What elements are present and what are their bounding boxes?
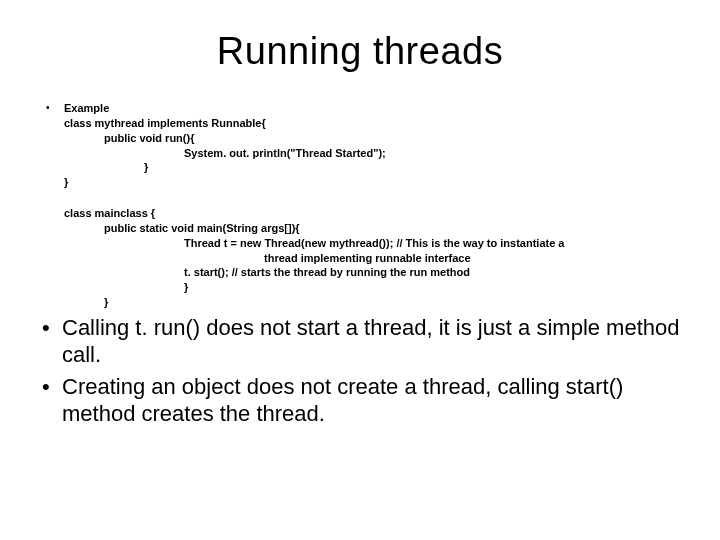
code-line: public static void main(String args[]){ <box>104 221 680 236</box>
code-line: Thread t = new Thread(new mythread()); /… <box>184 236 680 251</box>
code-line: public void run(){ <box>104 131 680 146</box>
code-line: class mainclass { <box>64 206 680 221</box>
note-bullet-1: Calling t. run() does not start a thread… <box>40 314 680 369</box>
code-line: } <box>184 280 680 295</box>
code-line: System. out. println("Thread Started"); <box>184 146 680 161</box>
code-line: } <box>64 175 680 190</box>
code-line: } <box>144 160 680 175</box>
note-bullet-2: Creating an object does not create a thr… <box>40 373 680 428</box>
slide: Running threads Example class mythread i… <box>0 0 720 540</box>
code-line: class mythread implements Runnable{ <box>64 116 680 131</box>
example-label: Example <box>64 101 680 116</box>
code-line: t. start(); // starts the thread by runn… <box>184 265 680 280</box>
slide-body: Example class mythread implements Runnab… <box>40 101 680 310</box>
code-line: thread implementing runnable interface <box>264 251 680 266</box>
spacer <box>64 190 680 206</box>
example-block: Example class mythread implements Runnab… <box>40 101 680 310</box>
slide-title: Running threads <box>40 30 680 73</box>
code-line: } <box>104 295 680 310</box>
